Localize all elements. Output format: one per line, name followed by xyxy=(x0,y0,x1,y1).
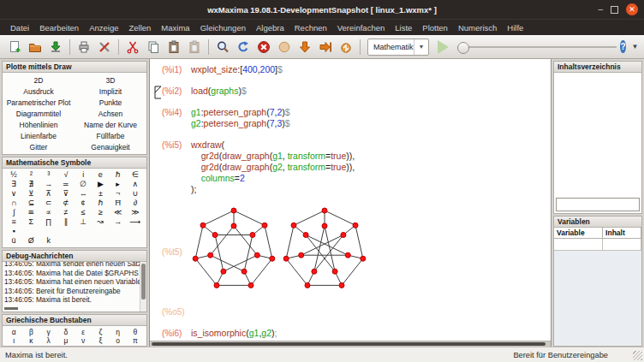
math-symbol-button[interactable]: √ xyxy=(57,170,75,180)
math-symbol-button[interactable]: ² xyxy=(22,170,39,180)
jump-button[interactable] xyxy=(337,38,355,56)
math-symbol-button[interactable]: ∅ xyxy=(75,180,92,189)
cell-code-input[interactable]: is_isomorphic(g1,g2); xyxy=(191,328,277,339)
cell-code-input[interactable]: wxplot_size:[400,200]$ xyxy=(191,64,283,75)
math-symbol-button[interactable]: ∂ xyxy=(127,199,144,208)
maximize-button[interactable] xyxy=(611,6,618,14)
save-button[interactable] xyxy=(46,38,65,56)
math-symbol-button[interactable]: ≃ xyxy=(57,180,75,189)
math-symbol-button[interactable]: ü xyxy=(5,236,22,246)
greek-letter-button[interactable]: ζ xyxy=(92,328,109,336)
draw-button-h-henlinien[interactable]: Höhenlinien xyxy=(3,119,75,130)
cell-code-input[interactable]: wxdraw( gr2d(draw_graph(g1, transform=tr… xyxy=(191,139,355,195)
worksheet[interactable]: (%i1)wxplot_size:[400,200]$(%i2)load(gra… xyxy=(150,59,551,341)
close-button[interactable]: ✕ xyxy=(626,3,638,15)
menu-numerisch[interactable]: Numerisch xyxy=(453,21,502,34)
menu-rechnen[interactable]: Rechnen xyxy=(289,21,332,34)
math-symbol-button[interactable]: ³ xyxy=(40,170,57,180)
menu-zellen[interactable]: Zellen xyxy=(123,21,156,34)
math-symbol-button[interactable]: ⊽ xyxy=(57,189,75,199)
math-symbol-button[interactable]: ≥ xyxy=(92,208,109,217)
math-symbol-button[interactable]: k xyxy=(40,236,57,246)
worksheet-horizontal-scrollbar[interactable] xyxy=(150,341,551,347)
math-symbol-button[interactable]: i xyxy=(75,170,92,180)
cell-code-input[interactable]: g1:petersen_graph(7,2)$g2:petersen_graph… xyxy=(191,107,290,129)
menu-hilfe[interactable]: Hilfe xyxy=(502,21,528,34)
greek-letter-button[interactable]: ι xyxy=(5,336,22,345)
math-symbol-button[interactable]: ∪ xyxy=(127,189,144,199)
greek-letter-button[interactable]: ο xyxy=(110,336,127,345)
math-symbol-button[interactable]: ≡ xyxy=(5,217,22,227)
menu-vereinfachen[interactable]: Vereinfachen xyxy=(332,21,390,34)
draw-button-parametrischer-plot[interactable]: Parametrischer Plot xyxy=(3,97,75,108)
toc-filter-input[interactable] xyxy=(556,198,640,211)
math-symbol-button[interactable]: Ħ xyxy=(110,199,127,208)
math-symbol-button[interactable]: ⊂ xyxy=(40,199,57,208)
play-animation-icon[interactable] xyxy=(438,40,449,54)
math-symbol-button[interactable]: ∝ xyxy=(40,208,57,217)
draw-button-linienfarbe[interactable]: Linienfarbe xyxy=(3,130,75,141)
debug-horizontal-scrollbar[interactable] xyxy=(4,307,18,310)
math-symbol-button[interactable]: e xyxy=(92,170,109,180)
new-document-button[interactable] xyxy=(5,38,24,56)
copy-button[interactable] xyxy=(144,38,163,56)
greek-letter-button[interactable]: κ xyxy=(22,336,39,345)
menu-gleichungen[interactable]: Gleichungen xyxy=(195,21,251,34)
math-symbol-button[interactable]: ≫ xyxy=(127,208,144,217)
debug-log[interactable]: 13:46:05: Maxima sendet einen neuen Satz… xyxy=(3,262,146,312)
math-symbol-button[interactable]: ≠ xyxy=(57,208,75,217)
debug-vertical-scrollbar[interactable] xyxy=(140,262,146,312)
greek-letter-button[interactable]: ξ xyxy=(92,336,109,345)
math-symbol-button[interactable]: ∩ xyxy=(5,199,22,208)
math-symbol-button[interactable]: ¬ xyxy=(110,189,127,199)
math-symbol-button[interactable]: ≅ xyxy=(22,208,39,217)
menu-maxima[interactable]: Maxima xyxy=(156,21,194,34)
draw-button-ausdruck[interactable]: Ausdruck xyxy=(3,86,75,97)
greek-letter-button[interactable]: λ xyxy=(40,336,57,345)
draw-button-punkte[interactable]: Punkte xyxy=(75,97,146,108)
math-symbol-button[interactable]: → xyxy=(110,217,127,227)
math-symbol-button[interactable]: ∄ xyxy=(22,180,39,189)
print-button[interactable] xyxy=(75,38,93,56)
evaluate-button[interactable] xyxy=(275,38,294,56)
math-symbol-button[interactable]: → xyxy=(40,180,57,189)
math-symbol-button[interactable]: ∧ xyxy=(127,180,144,189)
toolbar-overflow-icon[interactable]: ▼ xyxy=(629,43,641,50)
math-symbol-button[interactable]: ≪ xyxy=(110,208,127,217)
math-symbol-button[interactable]: ∏ xyxy=(40,217,57,227)
math-symbol-button[interactable]: ↝ xyxy=(92,217,109,227)
variables-empty-cell[interactable] xyxy=(554,239,603,251)
worksheet-hscroll-thumb[interactable] xyxy=(152,342,546,346)
greek-letter-button[interactable]: μ xyxy=(57,336,75,345)
toc-list[interactable] xyxy=(554,73,641,196)
find-button[interactable] xyxy=(213,38,232,56)
cell-bracket[interactable] xyxy=(153,86,162,103)
math-symbol-button[interactable]: ¢ xyxy=(75,199,92,208)
math-symbol-button[interactable]: ≤ xyxy=(75,208,92,217)
cell-code-input[interactable]: load(graphs)$ xyxy=(191,86,247,97)
greek-letter-button[interactable]: ε xyxy=(75,328,92,336)
greek-letter-button[interactable]: π xyxy=(127,336,144,345)
mode-select[interactable]: Mathematik ▼ xyxy=(367,39,429,56)
math-symbol-button[interactable]: ∃ xyxy=(5,180,22,189)
greek-letter-button[interactable]: η xyxy=(110,328,127,336)
menu-plotten[interactable]: Plotten xyxy=(417,21,453,34)
draw-button-2d[interactable]: 2D xyxy=(3,74,75,86)
draw-button-f-llfarbe[interactable]: Füllfarbe xyxy=(75,130,146,141)
restart-maxima-button[interactable] xyxy=(234,38,253,56)
greek-letter-button[interactable]: δ xyxy=(57,328,75,336)
draw-button-implizit[interactable]: Implizit xyxy=(75,86,146,97)
math-symbol-button[interactable]: ↔ xyxy=(75,189,92,199)
math-symbol-button[interactable]: ℏ xyxy=(110,170,127,180)
interrupt-button[interactable] xyxy=(254,38,273,56)
cut-button[interactable] xyxy=(123,38,142,56)
math-symbol-button[interactable]: Σ xyxy=(22,217,39,227)
math-symbol-button[interactable]: ∈ xyxy=(127,170,144,180)
math-symbol-button[interactable]: ⊥ xyxy=(75,217,92,227)
math-symbol-button[interactable]: ∥ xyxy=(57,217,75,227)
draw-button-gitter[interactable]: Gitter xyxy=(3,141,75,152)
draw-button-genauigkeit[interactable]: Genauigkeit xyxy=(75,141,146,152)
variables-empty-cell[interactable] xyxy=(603,239,641,251)
math-symbol-button[interactable]: ⊄ xyxy=(57,199,75,208)
configure-button[interactable] xyxy=(95,38,114,56)
